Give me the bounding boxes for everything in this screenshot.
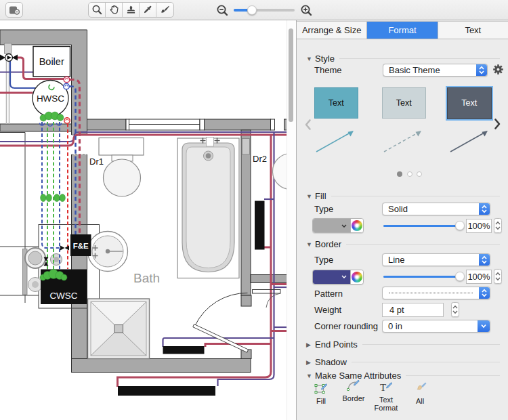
zoom-slider-thumb[interactable] [247,5,257,15]
theme-settings-button[interactable] [491,64,505,77]
fill-opacity-stepper[interactable] [494,218,502,233]
end-points-section-header[interactable]: ▶ End Points [306,339,500,350]
bathtub[interactable] [177,138,239,278]
make-same-item-label: Fill [303,397,339,405]
corner-rounding-value: 0 in [383,321,478,331]
border-type-label: Type [314,255,333,265]
border-section-header[interactable]: ▼ Border [306,239,500,249]
theme-preview-1[interactable]: Text [314,87,358,119]
canvas-scrollbar[interactable] [287,20,296,420]
bath-label: Bath [133,271,160,285]
disclosure-triangle-icon[interactable]: ▶ [306,359,315,366]
make-same-item-label: Border [336,394,371,402]
shower-tray[interactable] [88,299,150,359]
cwsc-label: CWSC [49,291,77,301]
line-style-preview-2[interactable] [382,129,424,154]
fill-opacity-thumb[interactable] [455,221,465,230]
disclosure-triangle-icon[interactable]: ▼ [306,241,315,248]
tab-arrange-size[interactable]: Arrange & Size [297,22,367,39]
fe-tank[interactable]: F&E [70,234,91,256]
panels-toggle-button[interactable] [5,2,23,18]
weight-stepper[interactable] [451,302,459,317]
border-opacity-slider[interactable] [383,276,463,278]
make-same-all-button[interactable]: All [402,381,438,405]
border-color-well[interactable] [312,270,364,285]
chevron-down-icon [341,224,347,228]
toilet[interactable] [99,138,144,197]
border-opacity-value[interactable]: 100% [466,270,492,284]
fill-opacity-value[interactable]: 100% [466,219,492,233]
border-opacity-stepper[interactable] [494,269,502,284]
fill-color-wheel-button[interactable] [350,219,363,232]
svg-text:T: T [380,382,386,393]
tab-format[interactable]: Format [367,22,438,39]
border-type-dropdown[interactable]: Line [382,253,490,266]
section-title: End Points [315,339,358,350]
fill-section-header[interactable]: ▼ Fill [306,191,500,201]
make-same-text-format-button[interactable]: T Text Format [368,380,404,412]
zoom-tool-button[interactable] [89,3,106,17]
section-rule [406,375,500,376]
make-same-fill-icon [303,381,339,395]
sink[interactable] [88,232,128,272]
tool-group [88,2,174,18]
stamp-tool-button[interactable] [123,3,140,17]
shadow-section-header[interactable]: ▶ Shadow [306,357,500,367]
slider-fill [383,225,460,227]
fill-color-well[interactable] [312,218,364,233]
disclosure-triangle-icon[interactable]: ▼ [306,193,315,200]
disclosure-triangle-icon[interactable]: ▼ [306,56,315,62]
tab-label: Arrange & Size [302,25,361,35]
theme-preview-2[interactable]: Text [382,87,426,119]
pager-dot[interactable] [417,171,422,177]
eyedropper-tool-button[interactable] [140,3,156,17]
corner-rounding-label: Corner rounding [314,321,378,331]
make-same-item-label: All [402,397,438,405]
brush-icon [159,4,171,16]
boiler[interactable]: Boiler [33,47,70,77]
corner-rounding-dropdown[interactable]: 0 in [382,320,490,333]
make-same-border-icon [336,379,371,392]
hwsc-cylinder[interactable]: HWSC [33,81,68,117]
section-rule [339,58,500,59]
disclosure-triangle-icon[interactable]: ▼ [306,373,315,379]
pager-dot-active[interactable] [397,171,402,177]
make-same-border-button[interactable]: Border [336,379,371,402]
make-same-section-header[interactable]: ▼ Make Same Attributes [306,371,500,381]
line-style-preview-1[interactable] [314,129,356,154]
border-color-swatch[interactable] [313,270,350,284]
previews-next-chevron[interactable] [494,118,501,130]
weight-field[interactable]: 4 pt [382,303,444,317]
border-opacity-thumb[interactable] [455,272,465,281]
fill-type-dropdown[interactable]: Solid [382,203,490,215]
border-color-wheel-button[interactable] [350,270,363,284]
theme-dropdown[interactable]: Basic Theme [383,64,488,77]
tab-label: Format [388,25,416,35]
zoom-out-button[interactable] [215,2,230,18]
toolbar [0,0,508,20]
disclosure-triangle-icon[interactable]: ▶ [306,341,315,348]
line-style-preview-3[interactable] [448,129,490,154]
tab-text[interactable]: Text [438,22,508,39]
pager-dot[interactable] [407,171,412,177]
slider-fill [383,276,460,278]
make-same-fill-button[interactable]: Fill [303,381,339,405]
pan-tool-button[interactable] [106,3,123,17]
canvas-scrollbar-thumb[interactable] [289,28,293,122]
zoom-slider[interactable] [234,9,295,12]
dropdown-stepper-icon [476,64,487,76]
drawing-canvas[interactable]: Boiler HWSC [0,20,297,420]
zoom-in-button[interactable] [299,2,314,18]
inspector-panel: Arrange & Size Format Text ▼ Style Theme… [297,20,508,420]
fill-color-swatch[interactable] [313,219,350,232]
style-section-header[interactable]: ▼ Style [306,54,500,64]
section-rule [362,344,500,345]
previews-prev-chevron[interactable] [304,119,312,131]
stepper-arrows-icon [452,305,458,314]
format-brush-tool-button[interactable] [156,3,173,17]
fill-opacity-slider[interactable] [383,225,463,227]
section-rule [331,196,500,196]
pattern-dropdown[interactable] [382,287,490,299]
theme-preview-3-selected[interactable]: Text [446,86,493,121]
pump[interactable] [0,54,18,62]
